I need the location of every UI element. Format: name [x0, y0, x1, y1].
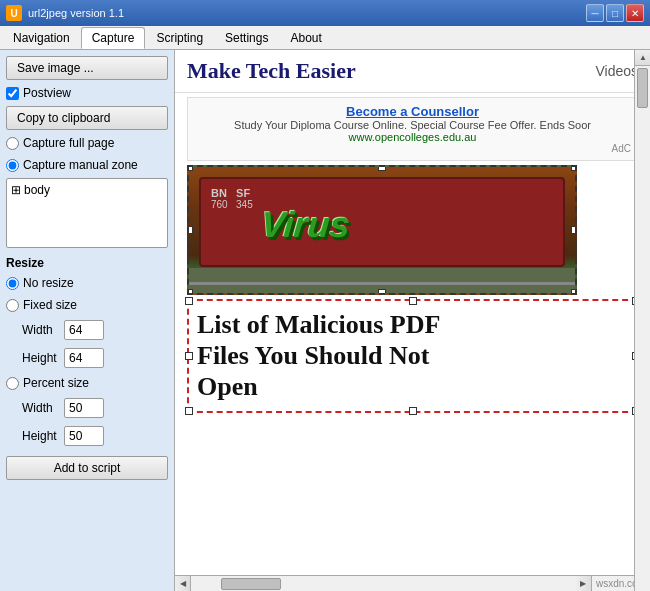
- text-selection-area: List of Malicious PDF Files You Should N…: [187, 299, 638, 413]
- handle-top-right[interactable]: [571, 165, 577, 171]
- title-bar: U url2jpeg version 1.1 ─ □ ✕: [0, 0, 650, 26]
- graffiti-text: Virus: [259, 204, 351, 246]
- no-resize-row: No resize: [6, 274, 168, 292]
- height-label-2: Height: [22, 429, 58, 443]
- postview-row: Postview: [6, 84, 168, 102]
- browser-content: Make Tech Easier Videos Become a Counsel…: [175, 50, 650, 575]
- handle-bottom-right[interactable]: [571, 289, 577, 295]
- right-scrollbar[interactable]: ▲: [634, 50, 650, 591]
- title-bar-left: U url2jpeg version 1.1: [6, 5, 124, 21]
- hscroll-left-button[interactable]: ◀: [175, 576, 191, 592]
- text-handle-bottom-left[interactable]: [185, 407, 193, 415]
- tree-panel: ⊞ body: [6, 178, 168, 248]
- article-title-line3: Open: [197, 372, 258, 401]
- bottom-bar: ◀ ▶ wsxdn.com: [175, 575, 650, 591]
- tab-capture[interactable]: Capture: [81, 27, 146, 49]
- menu-bar: Navigation Capture Scripting Settings Ab…: [0, 26, 650, 50]
- text-handle-bottom-center[interactable]: [409, 407, 417, 415]
- width-label-1: Width: [22, 323, 58, 337]
- train-image-inner: BN SF 760 345 Virus: [189, 167, 575, 293]
- capture-full-page-row: Capture full page: [6, 134, 168, 152]
- tree-expand-icon: ⊞: [11, 183, 21, 197]
- hscroll-track[interactable]: [191, 576, 576, 591]
- resize-label: Resize: [6, 256, 168, 270]
- left-panel: Save image ... Postview Copy to clipboar…: [0, 50, 175, 591]
- title-controls[interactable]: ─ □ ✕: [586, 4, 644, 22]
- height-label-1: Height: [22, 351, 58, 365]
- handle-bottom-left[interactable]: [187, 289, 193, 295]
- height-input-2[interactable]: [64, 426, 104, 446]
- tab-navigation[interactable]: Navigation: [2, 27, 81, 49]
- height-field-row-1: Height: [6, 346, 168, 370]
- webpage-header: Make Tech Easier Videos: [175, 50, 650, 93]
- tab-about[interactable]: About: [279, 27, 332, 49]
- app-icon: U: [6, 5, 22, 21]
- fixed-size-label: Fixed size: [23, 298, 77, 312]
- percent-size-radio[interactable]: [6, 377, 19, 390]
- text-handle-middle-left[interactable]: [185, 352, 193, 360]
- save-image-button[interactable]: Save image ...: [6, 56, 168, 80]
- ad-url: www.opencolleges.edu.au: [194, 131, 631, 143]
- copy-to-clipboard-button[interactable]: Copy to clipboard: [6, 106, 168, 130]
- ad-banner: Become a Counsellor Study Your Diploma C…: [187, 97, 638, 161]
- tree-item-label: body: [24, 183, 50, 197]
- track-line: [189, 282, 575, 285]
- ad-link[interactable]: Become a Counsellor: [194, 104, 631, 119]
- width-label-2: Width: [22, 401, 58, 415]
- article-title: List of Malicious PDF Files You Should N…: [197, 309, 628, 403]
- train-text-2: 760 345: [211, 199, 253, 210]
- no-resize-radio[interactable]: [6, 277, 19, 290]
- minimize-button[interactable]: ─: [586, 4, 604, 22]
- percent-size-label: Percent size: [23, 376, 89, 390]
- article-title-line2: Files You Should Not: [197, 341, 429, 370]
- train-text-1: BN SF: [211, 187, 250, 199]
- right-panel: Make Tech Easier Videos Become a Counsel…: [175, 50, 650, 591]
- capture-manual-zone-row: Capture manual zone: [6, 156, 168, 174]
- height-field-row-2: Height: [6, 424, 168, 448]
- image-area: BN SF 760 345 Virus: [187, 165, 638, 295]
- postview-label: Postview: [23, 86, 71, 100]
- handle-bottom-center[interactable]: [378, 289, 386, 295]
- width-field-row-2: Width: [6, 396, 168, 420]
- main-layout: Save image ... Postview Copy to clipboar…: [0, 50, 650, 591]
- add-to-script-button[interactable]: Add to script: [6, 456, 168, 480]
- percent-size-row: Percent size: [6, 374, 168, 392]
- hscroll-thumb[interactable]: [221, 578, 281, 590]
- title-text: url2jpeg version 1.1: [28, 7, 124, 19]
- clipboard-btn-container: Copy to clipboard: [6, 106, 168, 130]
- ad-label: AdC: [194, 143, 631, 154]
- height-input-1[interactable]: [64, 348, 104, 368]
- width-input-2[interactable]: [64, 398, 104, 418]
- article-title-line1: List of Malicious PDF: [197, 310, 440, 339]
- scroll-up-button[interactable]: ▲: [635, 50, 650, 66]
- tree-item-body[interactable]: ⊞ body: [11, 183, 163, 197]
- handle-top-center[interactable]: [378, 165, 386, 171]
- site-videos-label: Videos: [595, 63, 638, 79]
- capture-manual-zone-radio[interactable]: [6, 159, 19, 172]
- text-handle-top-left[interactable]: [185, 297, 193, 305]
- no-resize-label: No resize: [23, 276, 74, 290]
- fixed-size-radio[interactable]: [6, 299, 19, 312]
- width-input-1[interactable]: [64, 320, 104, 340]
- tab-settings[interactable]: Settings: [214, 27, 279, 49]
- text-handle-top-center[interactable]: [409, 297, 417, 305]
- capture-manual-zone-label: Capture manual zone: [23, 158, 138, 172]
- hscroll-right-button[interactable]: ▶: [576, 576, 592, 592]
- scroll-thumb[interactable]: [637, 68, 648, 108]
- ad-text: Study Your Diploma Course Online. Specia…: [194, 119, 631, 131]
- maximize-button[interactable]: □: [606, 4, 624, 22]
- handle-middle-left[interactable]: [187, 226, 193, 234]
- capture-full-page-label: Capture full page: [23, 136, 114, 150]
- tab-scripting[interactable]: Scripting: [145, 27, 214, 49]
- fixed-size-row: Fixed size: [6, 296, 168, 314]
- train-image: BN SF 760 345 Virus: [187, 165, 577, 295]
- handle-middle-right[interactable]: [571, 226, 577, 234]
- width-field-row-1: Width: [6, 318, 168, 342]
- handle-top-left[interactable]: [187, 165, 193, 171]
- train-car: BN SF 760 345 Virus: [199, 177, 565, 267]
- close-button[interactable]: ✕: [626, 4, 644, 22]
- capture-full-page-radio[interactable]: [6, 137, 19, 150]
- postview-checkbox[interactable]: [6, 87, 19, 100]
- site-title: Make Tech Easier: [187, 58, 356, 84]
